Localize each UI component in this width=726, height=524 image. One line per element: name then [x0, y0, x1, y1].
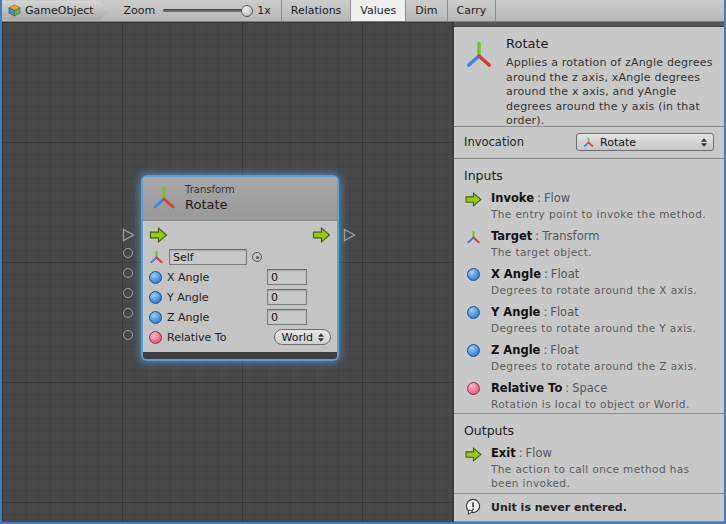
node-body: X Angle Y Angle Z Angle [143, 221, 337, 352]
warning-row: Unit is never entered. [454, 494, 724, 522]
invocation-value: Rotate [600, 136, 695, 149]
output-entry-exit: Exit:Flow The action to call once method… [454, 446, 724, 490]
port-name: Z Angle [491, 343, 540, 357]
toolbar-spacer [496, 0, 724, 21]
port-name: X Angle [491, 267, 541, 281]
relative-to-label: Relative To [167, 331, 226, 344]
port-name: Exit [491, 446, 516, 460]
inputs-section: Inputs Invoke:Flow The entry point to in… [454, 159, 724, 414]
target-object-field[interactable] [169, 249, 247, 265]
relative-to-input-connector[interactable] [123, 330, 133, 340]
warning-bubble-icon [464, 498, 482, 516]
float-port-icon [464, 267, 482, 297]
tab-carry[interactable]: Carry [448, 0, 497, 21]
toolbar-tabs: Relations Values Dim Carry [281, 0, 497, 21]
port-name: Relative To [491, 381, 562, 395]
node-category: Transform [185, 184, 235, 197]
port-description: Degrees to rotate around the Z axis. [491, 359, 697, 373]
relative-to-port-icon[interactable] [149, 331, 162, 344]
float-port-icon [464, 343, 482, 373]
z-angle-label: Z Angle [167, 311, 209, 324]
input-entry-relative-to: Relative To:Space Rotation is local to o… [454, 381, 724, 411]
exit-flow-port-icon[interactable] [312, 227, 331, 243]
outputs-section: Outputs Exit:Flow The action to call onc… [454, 414, 724, 494]
z-angle-field[interactable] [267, 309, 307, 325]
flow-arrow-icon [464, 191, 482, 221]
port-description: The action to call once method has been … [491, 462, 714, 490]
z-angle-port-icon[interactable] [149, 311, 162, 324]
node-footer [143, 352, 337, 359]
input-entry-y-angle: Y Angle:Float Degrees to rotate around t… [454, 305, 724, 335]
tab-values[interactable]: Values [351, 0, 406, 21]
zoom-slider[interactable] [163, 0, 251, 21]
transform-axes-icon-small [583, 137, 594, 148]
rotate-unit-node[interactable]: Transform Rotate [143, 177, 337, 359]
zoom-slider-track[interactable] [163, 9, 251, 12]
input-entry-z-angle: Z Angle:Float Degrees to rotate around t… [454, 343, 724, 373]
outputs-header: Outputs [454, 421, 724, 446]
input-entry-target: Target:Transform The target object. [454, 229, 724, 259]
port-name: Y Angle [491, 305, 540, 319]
flow-input-connector[interactable] [122, 228, 135, 242]
port-name: Invoke [491, 191, 534, 205]
breadcrumb-label: GameObject [25, 4, 94, 17]
target-port-icon[interactable] [149, 250, 164, 265]
y-angle-input-connector[interactable] [123, 288, 133, 298]
port-description: The entry point to invoke the method. [491, 207, 706, 221]
port-description: Rotation is local to object or World. [491, 397, 690, 411]
invoke-flow-port-icon[interactable] [149, 227, 168, 243]
transform-axes-icon-large [464, 36, 494, 118]
x-angle-label: X Angle [167, 271, 209, 284]
y-angle-port-icon[interactable] [149, 291, 162, 304]
zoom-value: 1x [257, 0, 271, 21]
y-angle-field[interactable] [267, 289, 307, 305]
port-type: Flow [544, 191, 570, 205]
warning-text: Unit is never entered. [491, 501, 627, 514]
port-type: Space [572, 381, 607, 395]
port-type: Float [551, 267, 579, 281]
x-angle-port-icon[interactable] [149, 271, 162, 284]
port-name: Target [491, 229, 532, 243]
transform-axes-icon [464, 229, 482, 259]
space-port-icon [464, 381, 482, 411]
port-description: Degrees to rotate around the Y axis. [491, 321, 696, 335]
zoom-label: Zoom [124, 0, 156, 21]
target-input-connector[interactable] [123, 248, 133, 258]
port-type: Flow [526, 446, 552, 460]
inspector-title: Rotate [506, 36, 714, 51]
breadcrumb-gameobject[interactable]: GameObject [2, 1, 110, 20]
y-angle-label: Y Angle [167, 291, 209, 304]
port-description: Degrees to rotate around the X axis. [491, 283, 697, 297]
node-title: Rotate [185, 197, 235, 213]
relative-to-value: World [281, 331, 313, 344]
input-entry-invoke: Invoke:Flow The entry point to invoke th… [454, 191, 724, 221]
flow-output-connector[interactable] [343, 228, 356, 242]
port-type: Float [550, 305, 578, 319]
node-header[interactable]: Transform Rotate [143, 177, 337, 221]
tab-dim[interactable]: Dim [406, 0, 447, 21]
graph-toolbar: GameObject Zoom 1x Relations Values Dim … [2, 0, 724, 22]
dropdown-arrows-icon [318, 333, 324, 342]
inspector-panel: Rotate Applies a rotation of zAngle degr… [454, 22, 724, 522]
zoom-slider-knob[interactable] [241, 5, 253, 17]
invocation-row: Invocation Rotate [454, 127, 724, 159]
transform-axes-icon [151, 185, 177, 213]
float-port-icon [464, 305, 482, 335]
x-angle-input-connector[interactable] [123, 268, 133, 278]
object-picker-icon[interactable] [252, 252, 262, 262]
flow-arrow-icon [464, 446, 482, 490]
relative-to-dropdown[interactable]: World [274, 329, 331, 345]
graph-canvas[interactable]: Transform Rotate [2, 22, 454, 522]
inspector-header: Rotate Applies a rotation of zAngle degr… [454, 27, 724, 127]
invocation-label: Invocation [464, 135, 524, 149]
inputs-header: Inputs [454, 166, 724, 191]
input-entry-x-angle: X Angle:Float Degrees to rotate around t… [454, 267, 724, 297]
port-type: Transform [542, 229, 599, 243]
x-angle-field[interactable] [267, 269, 307, 285]
invocation-dropdown[interactable]: Rotate [576, 133, 714, 151]
z-angle-input-connector[interactable] [123, 308, 133, 318]
dropdown-arrows-icon [701, 138, 707, 147]
tab-relations[interactable]: Relations [282, 0, 352, 21]
port-description: The target object. [491, 245, 599, 259]
gameobject-cube-icon [8, 4, 21, 17]
